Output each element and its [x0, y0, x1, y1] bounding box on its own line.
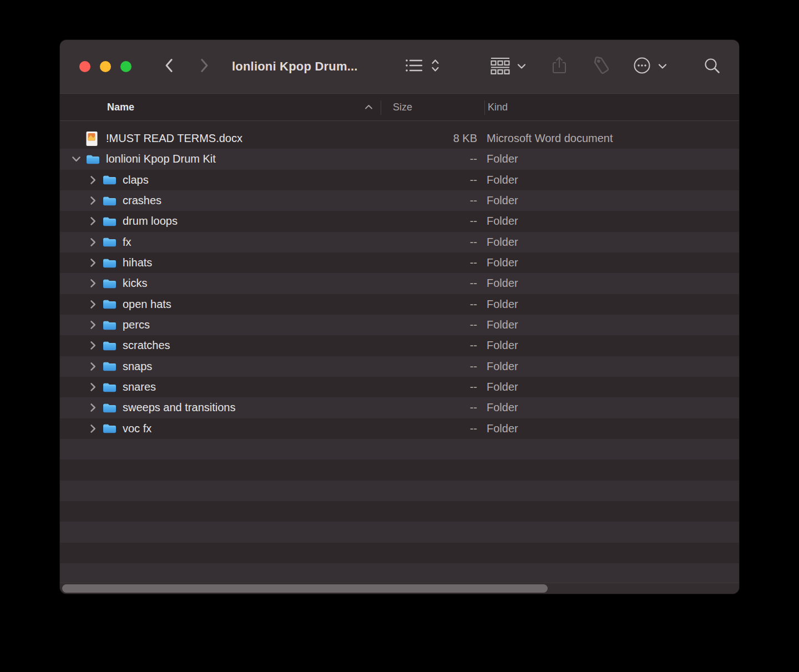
table-row[interactable]: snares -- Folder — [60, 377, 739, 397]
file-size: -- — [381, 277, 478, 290]
table-row[interactable]: drum loops -- Folder — [60, 211, 739, 231]
table-row[interactable]: sweeps and transitions -- Folder — [60, 397, 739, 418]
forward-button[interactable] — [200, 40, 209, 93]
up-down-chevrons-icon — [431, 58, 440, 75]
file-size: -- — [381, 298, 478, 311]
file-name: fx — [123, 236, 132, 249]
table-row[interactable]: crashes -- Folder — [60, 190, 739, 211]
chevron-right-icon[interactable] — [88, 341, 98, 350]
file-size: -- — [381, 381, 478, 393]
file-kind: Folder — [478, 339, 739, 352]
folder-icon — [102, 340, 117, 352]
table-row[interactable]: open hats -- Folder — [60, 294, 739, 315]
chevron-right-icon[interactable] — [88, 258, 98, 267]
file-name: voc fx — [123, 422, 151, 435]
chevron-down-icon[interactable] — [71, 155, 81, 163]
chevron-right-icon[interactable] — [88, 424, 98, 433]
file-name: percs — [123, 319, 150, 331]
horizontal-scrollbar[interactable] — [60, 583, 739, 594]
more-options-button[interactable] — [633, 40, 667, 93]
file-size: -- — [381, 215, 478, 228]
file-name: drum loops — [123, 215, 178, 228]
file-kind: Folder — [478, 215, 739, 228]
table-row[interactable]: snaps -- Folder — [60, 356, 739, 377]
chevron-right-icon[interactable] — [88, 362, 98, 371]
folder-icon — [102, 236, 117, 248]
column-header-name[interactable]: Name — [60, 102, 381, 113]
column-separator[interactable] — [484, 100, 485, 115]
file-name: open hats — [123, 298, 171, 311]
folder-icon — [102, 360, 117, 372]
table-row[interactable]: voc fx -- Folder — [60, 418, 739, 439]
file-name: lonlioni Kpop Drum Kit — [106, 153, 216, 165]
minimize-button[interactable] — [100, 61, 111, 72]
search-button[interactable] — [704, 40, 721, 93]
share-button — [551, 40, 568, 93]
chevron-down-icon — [517, 62, 526, 72]
file-name: scratches — [123, 339, 170, 352]
share-icon — [551, 55, 568, 78]
finder-window: lonlioni Kpop Drum... — [60, 40, 739, 594]
column-header-size[interactable]: Size — [381, 102, 478, 113]
chevron-right-icon[interactable] — [88, 279, 98, 288]
file-name: sweeps and transitions — [123, 401, 235, 414]
folder-icon — [102, 319, 117, 331]
table-row[interactable]: fx -- Folder — [60, 232, 739, 252]
list-column-header: Name Size Kind — [60, 93, 739, 121]
chevron-right-icon — [200, 58, 209, 75]
table-row[interactable]: kicks -- Folder — [60, 273, 739, 294]
table-row[interactable]: claps -- Folder — [60, 170, 739, 190]
file-size: -- — [381, 422, 478, 435]
folder-icon — [102, 402, 117, 414]
list-view-icon — [405, 58, 423, 75]
file-size: -- — [381, 174, 478, 186]
folder-icon — [102, 195, 117, 207]
chevron-right-icon[interactable] — [88, 238, 98, 247]
file-kind: Microsoft Word document — [478, 132, 739, 145]
file-kind: Folder — [478, 401, 739, 414]
close-button[interactable] — [79, 61, 90, 72]
chevron-right-icon[interactable] — [88, 320, 98, 330]
table-row[interactable]: !MUST READ TERMS.docx 8 KB Microsoft Wor… — [60, 128, 739, 149]
chevron-right-icon[interactable] — [88, 382, 98, 392]
chevron-right-icon[interactable] — [88, 175, 98, 185]
file-kind: Folder — [478, 236, 739, 249]
table-row[interactable]: lonlioni Kpop Drum Kit -- Folder — [60, 149, 739, 169]
view-control[interactable] — [405, 40, 440, 93]
chevron-right-icon[interactable] — [88, 196, 98, 205]
column-separator[interactable] — [381, 100, 381, 115]
zoom-button[interactable] — [120, 61, 132, 72]
file-kind: Folder — [478, 319, 739, 331]
table-row[interactable]: percs -- Folder — [60, 315, 739, 335]
folder-icon — [102, 298, 117, 310]
file-size: -- — [381, 319, 478, 331]
column-label-name: Name — [107, 102, 134, 113]
chevron-right-icon[interactable] — [88, 403, 98, 412]
table-row[interactable]: hihats -- Folder — [60, 252, 739, 273]
title-bar: lonlioni Kpop Drum... — [60, 40, 739, 93]
file-kind: Folder — [478, 174, 739, 186]
table-row[interactable]: scratches -- Folder — [60, 335, 739, 356]
file-name: !MUST READ TERMS.docx — [106, 132, 242, 145]
window-controls — [79, 61, 132, 72]
file-name: kicks — [123, 277, 147, 290]
file-size: -- — [381, 401, 478, 414]
group-button[interactable] — [490, 40, 526, 93]
file-list: !MUST READ TERMS.docx 8 KB Microsoft Wor… — [60, 122, 739, 594]
file-size: -- — [381, 194, 478, 207]
file-name: snares — [123, 381, 156, 393]
horizontal-scrollbar-thumb[interactable] — [62, 584, 548, 593]
file-kind: Folder — [478, 381, 739, 393]
file-kind: Folder — [478, 256, 739, 269]
column-header-kind[interactable]: Kind — [478, 102, 739, 113]
chevron-right-icon[interactable] — [88, 216, 98, 226]
file-kind: Folder — [478, 360, 739, 373]
chevron-right-icon[interactable] — [88, 300, 98, 309]
back-button[interactable] — [164, 40, 173, 93]
folder-icon — [102, 174, 117, 186]
file-kind: Folder — [478, 298, 739, 311]
file-size: -- — [381, 256, 478, 269]
search-icon — [704, 57, 721, 77]
file-kind: Folder — [478, 422, 739, 435]
group-by-icon — [490, 57, 510, 77]
